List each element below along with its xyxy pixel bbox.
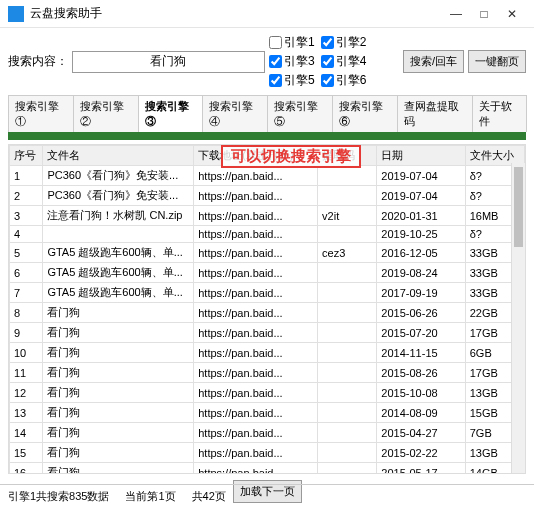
tab-5[interactable]: 搜索引擎⑥ <box>332 95 398 132</box>
table-row[interactable]: 3注意看门狗！水树凯 CN.ziphttps://pan.baid...v2it… <box>10 206 525 226</box>
cell-n: 16 <box>10 463 43 475</box>
cell-code <box>318 283 377 303</box>
cell-date: 2016-12-05 <box>377 243 465 263</box>
tab-6[interactable]: 查网盘提取码 <box>397 95 473 132</box>
cell-name: PC360《看门狗》免安装... <box>43 186 194 206</box>
engine-checkbox-input-2[interactable] <box>321 36 334 49</box>
cell-url: https://pan.baid... <box>194 403 318 423</box>
cell-date: 2015-04-27 <box>377 423 465 443</box>
search-label: 搜索内容： <box>8 53 68 70</box>
table-row[interactable]: 10看门狗https://pan.baid...2014-11-156GB <box>10 343 525 363</box>
cell-date: 2014-11-15 <box>377 343 465 363</box>
results-table-wrap: 可以切换搜索引擎 序号文件名下载地址(双击打开)提取码日期文件大小 1PC360… <box>8 144 526 474</box>
cell-n: 7 <box>10 283 43 303</box>
tab-0[interactable]: 搜索引擎① <box>8 95 74 132</box>
tab-3[interactable]: 搜索引擎④ <box>202 95 268 132</box>
status-count: 引擎1共搜索835数据 <box>8 489 109 504</box>
cell-date: 2019-07-04 <box>377 166 465 186</box>
cell-code <box>318 363 377 383</box>
cell-n: 10 <box>10 343 43 363</box>
engine-checkbox-input-6[interactable] <box>321 74 334 87</box>
cell-date: 2020-01-31 <box>377 206 465 226</box>
engine-checkbox-input-4[interactable] <box>321 55 334 68</box>
table-row[interactable]: 2PC360《看门狗》免安装...https://pan.baid...2019… <box>10 186 525 206</box>
tab-2[interactable]: 搜索引擎③ <box>138 95 204 132</box>
table-row[interactable]: 11看门狗https://pan.baid...2015-08-2617GB <box>10 363 525 383</box>
engine-checkbox-3[interactable]: 引擎3 <box>269 53 315 70</box>
vertical-scrollbar[interactable] <box>511 163 525 473</box>
cell-n: 2 <box>10 186 43 206</box>
cell-name: GTA5 超级跑车600辆、单... <box>43 243 194 263</box>
engine-checkbox-input-1[interactable] <box>269 36 282 49</box>
cell-date: 2015-07-20 <box>377 323 465 343</box>
table-row[interactable]: 6GTA5 超级跑车600辆、单...https://pan.baid...20… <box>10 263 525 283</box>
cell-name: 注意看门狗！水树凯 CN.zip <box>43 206 194 226</box>
column-header-0[interactable]: 序号 <box>10 146 43 166</box>
cell-n: 4 <box>10 226 43 243</box>
flip-button[interactable]: 一键翻页 <box>468 50 526 73</box>
engine-checkbox-label: 引擎6 <box>336 72 367 89</box>
search-input[interactable] <box>72 51 265 73</box>
cell-date: 2015-06-26 <box>377 303 465 323</box>
maximize-button[interactable]: □ <box>470 7 498 21</box>
cell-date: 2015-05-17 <box>377 463 465 475</box>
table-row[interactable]: 5GTA5 超级跑车600辆、单...https://pan.baid...ce… <box>10 243 525 263</box>
cell-name: 看门狗 <box>43 363 194 383</box>
cell-date: 2014-08-09 <box>377 403 465 423</box>
search-button[interactable]: 搜索/回车 <box>403 50 464 73</box>
cell-date: 2017-09-19 <box>377 283 465 303</box>
close-button[interactable]: ✕ <box>498 7 526 21</box>
cell-code <box>318 383 377 403</box>
cell-url: https://pan.baid... <box>194 323 318 343</box>
cell-url: https://pan.baid... <box>194 443 318 463</box>
engine-checkbox-label: 引擎3 <box>284 53 315 70</box>
column-header-4[interactable]: 日期 <box>377 146 465 166</box>
engine-checkbox-input-3[interactable] <box>269 55 282 68</box>
column-header-1[interactable]: 文件名 <box>43 146 194 166</box>
engine-checkbox-input-5[interactable] <box>269 74 282 87</box>
cell-n: 1 <box>10 166 43 186</box>
table-row[interactable]: 13看门狗https://pan.baid...2014-08-0915GB <box>10 403 525 423</box>
cell-date: 2019-08-24 <box>377 263 465 283</box>
engine-checkbox-2[interactable]: 引擎2 <box>321 34 367 51</box>
table-row[interactable]: 15看门狗https://pan.baid...2015-02-2213GB <box>10 443 525 463</box>
cell-n: 6 <box>10 263 43 283</box>
cell-date: 2019-10-25 <box>377 226 465 243</box>
cell-name: GTA5 超级跑车600辆、单... <box>43 283 194 303</box>
cell-code <box>318 343 377 363</box>
tab-4[interactable]: 搜索引擎⑤ <box>267 95 333 132</box>
minimize-button[interactable]: — <box>442 7 470 21</box>
table-row[interactable]: 8看门狗https://pan.baid...2015-06-2622GB <box>10 303 525 323</box>
engine-checkbox-1[interactable]: 引擎1 <box>269 34 315 51</box>
cell-n: 9 <box>10 323 43 343</box>
table-row[interactable]: 12看门狗https://pan.baid...2015-10-0813GB <box>10 383 525 403</box>
scrollbar-thumb[interactable] <box>514 167 523 247</box>
engine-checkbox-5[interactable]: 引擎5 <box>269 72 315 89</box>
cell-code <box>318 323 377 343</box>
cell-date: 2019-07-04 <box>377 186 465 206</box>
window-title: 云盘搜索助手 <box>30 5 442 22</box>
cell-name: 看门狗 <box>43 443 194 463</box>
table-row[interactable]: 14看门狗https://pan.baid...2015-04-277GB <box>10 423 525 443</box>
cell-code <box>318 303 377 323</box>
table-row[interactable]: 7GTA5 超级跑车600辆、单...https://pan.baid...20… <box>10 283 525 303</box>
cell-url: https://pan.baid... <box>194 343 318 363</box>
tab-1[interactable]: 搜索引擎② <box>73 95 139 132</box>
cell-name: 看门狗 <box>43 303 194 323</box>
table-row[interactable]: 9看门狗https://pan.baid...2015-07-2017GB <box>10 323 525 343</box>
engine-checkbox-6[interactable]: 引擎6 <box>321 72 367 89</box>
cell-name: 看门狗 <box>43 403 194 423</box>
tab-7[interactable]: 关于软件 <box>472 95 527 132</box>
table-row[interactable]: 16看门狗https://pan.baid...2015-05-1714GB <box>10 463 525 475</box>
engine-checkbox-label: 引擎2 <box>336 34 367 51</box>
table-row[interactable]: 1PC360《看门狗》免安装...https://pan.baid...2019… <box>10 166 525 186</box>
cell-n: 11 <box>10 363 43 383</box>
cell-name: 看门狗 <box>43 323 194 343</box>
cell-url: https://pan.baid... <box>194 166 318 186</box>
cell-code <box>318 423 377 443</box>
engine-checkbox-4[interactable]: 引擎4 <box>321 53 367 70</box>
cell-name: 看门狗 <box>43 383 194 403</box>
cell-code <box>318 226 377 243</box>
cell-n: 12 <box>10 383 43 403</box>
table-row[interactable]: 4https://pan.baid...2019-10-25δ? <box>10 226 525 243</box>
